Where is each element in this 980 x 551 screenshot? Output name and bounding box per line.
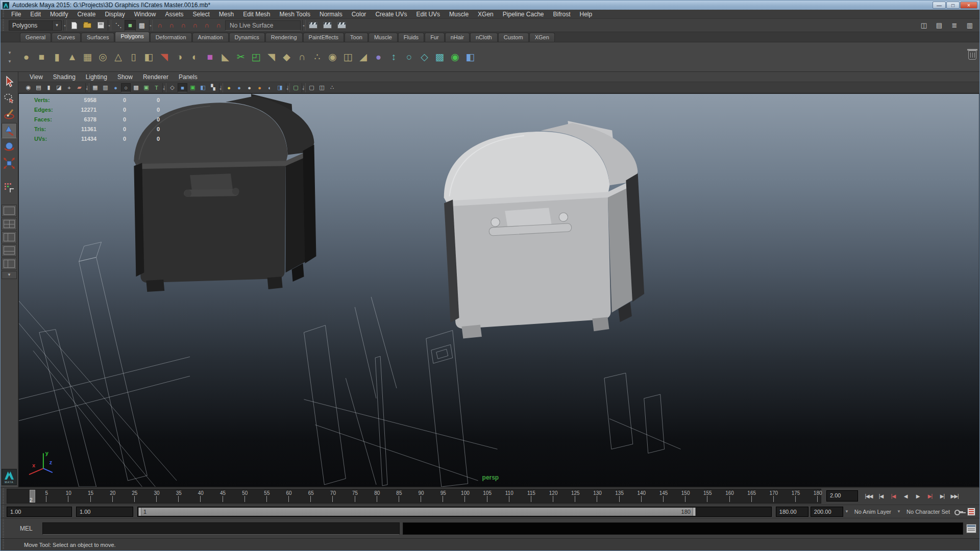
attribute-editor-icon[interactable]: ▥	[964, 20, 975, 31]
play-backwards-button[interactable]: ◀	[900, 491, 911, 502]
shelf-tab[interactable]: Custom	[498, 33, 529, 42]
shelf-tab[interactable]: PaintEffects	[303, 33, 345, 42]
live-surface-field[interactable]: No Live Surface	[225, 20, 301, 31]
wireframe-icon[interactable]: ◇	[167, 83, 177, 92]
checker-sphere-icon[interactable]: ◉	[448, 48, 462, 66]
go-to-end-button[interactable]: ▶▶|	[949, 491, 960, 502]
bookmarks-icon[interactable]: ▮	[44, 83, 54, 92]
select-by-hierarchy-icon[interactable]: ⋱	[113, 20, 124, 31]
maximize-button[interactable]: □	[946, 2, 960, 9]
command-input-field[interactable]	[42, 522, 400, 535]
layout-four-pane-button[interactable]	[2, 218, 17, 230]
select-by-object-icon[interactable]: ■	[125, 20, 136, 31]
character-set-selector[interactable]: No Character Set	[902, 507, 954, 517]
lasso-tool-button[interactable]	[2, 90, 17, 106]
animation-start-field[interactable]: 1.00	[7, 507, 72, 517]
dof-icon[interactable]: ◨	[275, 83, 285, 92]
modeling-toolkit-icon[interactable]: ◫	[918, 20, 929, 31]
image-plane-icon[interactable]: ◪	[54, 83, 64, 92]
auto-keyframe-icon[interactable]	[967, 508, 975, 516]
quad-draw-icon[interactable]: ◰	[249, 48, 263, 66]
triangulate-icon[interactable]: ◣	[218, 48, 233, 66]
shelf-menu-arrows[interactable]: ▼▼	[1, 42, 19, 71]
mirror-geometry-icon[interactable]: ◫	[340, 48, 355, 66]
menu-item[interactable]: Modify	[45, 10, 72, 18]
shelf-tab[interactable]: Curves	[52, 33, 81, 42]
menu-item[interactable]: XGen	[473, 10, 498, 18]
sculpt-tool-icon[interactable]: ●	[371, 48, 386, 66]
menu-item[interactable]: Muscle	[445, 10, 473, 18]
range-slider-bar[interactable]: 1 180	[138, 508, 696, 516]
anim-layer-selector[interactable]: No Anim Layer	[850, 507, 895, 517]
shelf-tab[interactable]: XGen	[529, 33, 555, 42]
field-chart-icon[interactable]: ▩	[131, 83, 141, 92]
shelf-tab[interactable]: Toon	[345, 33, 368, 42]
boolean-union-icon[interactable]: ◑	[172, 48, 187, 66]
separator[interactable]: |	[85, 83, 89, 92]
step-back-key-button[interactable]: |◀	[888, 491, 899, 502]
command-line-grip[interactable]	[2, 519, 6, 538]
normals-icon[interactable]: ↕	[386, 48, 401, 66]
snap-to-projected-center-icon[interactable]: ∩	[189, 20, 201, 31]
shelf-tab[interactable]: Muscle	[369, 33, 398, 42]
separator[interactable]: |	[219, 83, 223, 92]
menu-set-selector[interactable]: Polygons ▼	[9, 20, 62, 31]
animation-end-field[interactable]: 200.00	[811, 507, 843, 517]
chevron-down-icon[interactable]: ▼	[843, 509, 850, 514]
group-separator[interactable]	[149, 20, 153, 31]
time-slider[interactable]: 5101520253035404550556065707580859095100…	[7, 489, 821, 504]
menu-item[interactable]: Create	[72, 10, 100, 18]
set-key-icon[interactable]	[954, 508, 964, 515]
poly-torus-icon[interactable]: ◎	[95, 48, 110, 66]
select-tool-button[interactable]	[2, 74, 17, 89]
boolean-difference-icon[interactable]: ◐	[187, 48, 202, 66]
xray-active-components-icon[interactable]: ◫	[317, 83, 327, 92]
poly-cylinder-icon[interactable]: ▮	[50, 48, 64, 66]
layout-hypergraph-persp-button[interactable]	[2, 258, 17, 270]
shelf-tab[interactable]: Rendering	[265, 33, 303, 42]
minimize-button[interactable]: —	[933, 2, 946, 9]
separator[interactable]: |	[286, 83, 290, 92]
safe-title-icon[interactable]: T	[152, 83, 161, 92]
playback-end-field[interactable]: 180.00	[776, 507, 808, 517]
menu-item[interactable]: Edit	[26, 10, 45, 18]
camera-attributes-icon[interactable]: ▤	[34, 83, 43, 92]
use-all-lights-icon[interactable]: ▚	[208, 83, 218, 92]
plugin-shapes-icon[interactable]: ∴	[327, 83, 337, 92]
poly-cone-icon[interactable]: ▲	[65, 48, 80, 66]
play-forwards-button[interactable]: ▶	[912, 491, 923, 502]
shelf-tab[interactable]: Polygons	[115, 32, 149, 42]
crate-dark[interactable]	[134, 94, 316, 292]
menu-item[interactable]: Window	[130, 10, 161, 18]
step-forward-frame-button[interactable]: ▶|	[937, 491, 948, 502]
safe-action-icon[interactable]: ▣	[141, 83, 151, 92]
poly-pyramid-icon[interactable]: △	[111, 48, 126, 66]
paint-weights-icon[interactable]: ◧	[463, 48, 478, 66]
menu-item[interactable]: Help	[575, 10, 597, 18]
motion-blur-icon[interactable]: ◐	[265, 83, 275, 92]
wireframe-on-shaded-icon[interactable]: ▣	[188, 83, 198, 92]
menu-item[interactable]: Mesh	[214, 10, 238, 18]
shelf-tab[interactable]: Fur	[425, 33, 445, 42]
menu-item[interactable]: Create UVs	[371, 10, 411, 18]
xray-icon[interactable]: ▢	[307, 83, 316, 92]
smooth-shade-icon[interactable]: ■	[178, 83, 187, 92]
menu-item[interactable]: Display	[100, 10, 129, 18]
chevron-down-icon[interactable]: ▼	[895, 509, 902, 514]
playback-start-field[interactable]: 1.00	[76, 507, 133, 517]
viewport-canvas[interactable]: x y z persp	[19, 94, 979, 487]
smooth-icon[interactable]: ◉	[325, 48, 340, 66]
layout-presets-dropdown[interactable]: ▼	[2, 271, 17, 279]
layout-persp-graph-button[interactable]	[2, 244, 17, 257]
group-separator[interactable]	[302, 20, 306, 31]
poly-pipe-icon[interactable]: ▯	[126, 48, 141, 66]
soften-edge-icon[interactable]: ○	[402, 48, 416, 66]
scale-tool-button[interactable]	[2, 156, 17, 171]
menu-item[interactable]: Bifrost	[549, 10, 575, 18]
group-separator[interactable]	[63, 20, 67, 31]
film-gate-icon[interactable]: ▥	[101, 83, 110, 92]
poly-plane-icon[interactable]: ▦	[80, 48, 95, 66]
separator[interactable]: |	[302, 83, 306, 92]
status-grip[interactable]	[2, 19, 6, 31]
trash-icon[interactable]	[968, 51, 976, 60]
